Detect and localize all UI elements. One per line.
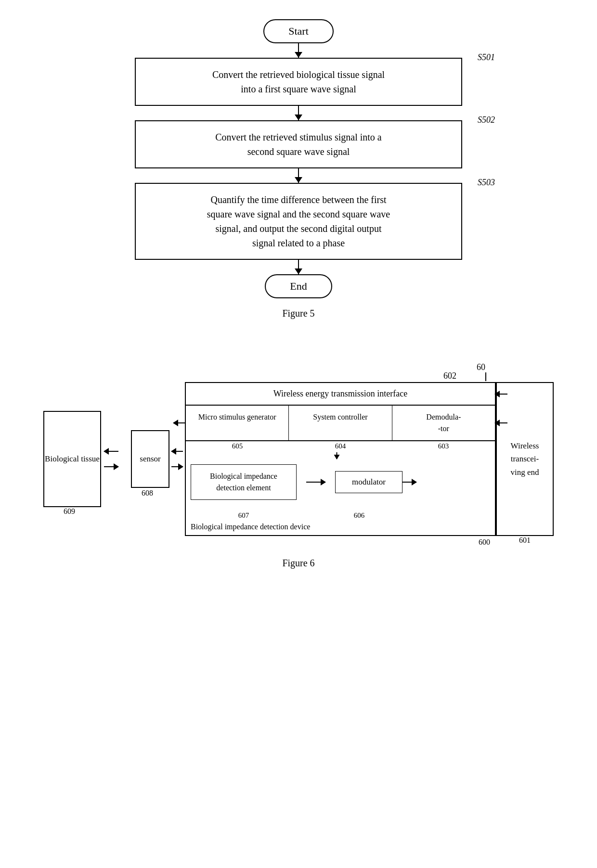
label-605: 605	[232, 442, 243, 450]
arrow-bio-to-modulator	[306, 482, 325, 483]
label-608: 608	[142, 489, 153, 498]
label-602: 602	[443, 371, 456, 381]
arrow-micro-to-left	[173, 422, 186, 423]
end-terminal: End	[265, 274, 332, 298]
label-609: 609	[64, 506, 75, 517]
bio-impedance-label: Biological impedancedetection element	[210, 472, 277, 492]
figure6-caption: Figure 6	[282, 558, 314, 569]
modulator-label: modulator	[352, 477, 386, 486]
arrow-2	[298, 106, 299, 120]
label-604: 604	[335, 442, 346, 450]
arrow-sensor-to-bio-bottom	[104, 466, 118, 467]
modulator-box: modulator	[335, 471, 402, 493]
arrow-3	[298, 168, 299, 183]
step-s501-box: S501 Convert the retrieved biological ti…	[135, 58, 462, 106]
arrow-device-to-sensor	[171, 451, 183, 452]
arrow-4	[298, 260, 299, 274]
step-s503-text: Quantify the time difference between the…	[207, 194, 390, 248]
label-601: 601	[519, 536, 531, 544]
bio-detection-device-text: Biological impedance detection device	[191, 523, 310, 531]
label-603: 603	[438, 442, 449, 450]
inner-bottom-row: Biological impedancedetection element mo…	[186, 452, 495, 511]
label-606: 606	[354, 511, 365, 519]
label-607: 607	[238, 511, 249, 519]
step-s501-text: Convert the retrieved biological tissue …	[212, 69, 385, 94]
wireless-transceiving-label: Wirelesstranscei-ving end	[510, 439, 539, 479]
figure6: 602 60 Biological tissue 609	[29, 362, 568, 569]
wireless-energy-label: Wireless energy transmission interface	[273, 389, 407, 398]
step-s502-text: Convert the retrieved stimulus signal in…	[215, 132, 382, 157]
inner-top-row: Micro stimulus generator System controll…	[186, 406, 495, 441]
step-s503-box: S503 Quantify the time difference betwee…	[135, 183, 462, 260]
figure5: Start S501 Convert the retrieved biologi…	[29, 19, 568, 343]
bottom-labels-row: 607 606	[186, 511, 495, 521]
step-s502-box: S502 Convert the retrieved stimulus sign…	[135, 120, 462, 168]
sensor-box: sensor 608	[131, 430, 169, 488]
label-601-pos: 601	[519, 534, 531, 547]
label-600: 600	[479, 538, 490, 546]
arrow-1	[298, 43, 299, 58]
flowchart: Start S501 Convert the retrieved biologi…	[111, 19, 486, 298]
biological-tissue-box: Biological tissue 609	[43, 411, 101, 507]
arrow-sensor-to-device	[171, 466, 183, 467]
figure5-caption: Figure 5	[282, 308, 314, 319]
arrow-bio-to-sensor-top	[104, 451, 118, 452]
step-s502-label: S502	[478, 114, 495, 127]
label-600-pos: 600	[479, 538, 490, 547]
step-s503-label: S503	[478, 176, 495, 189]
bio-detection-device-label: Biological impedance detection device	[186, 521, 495, 535]
biological-tissue-label: Biological tissue	[45, 453, 100, 465]
inner-labels-row: 605 604 603	[186, 441, 495, 452]
micro-stimulus-box: Micro stimulus generator	[186, 406, 289, 440]
bio-impedance-box: Biological impedancedetection element	[191, 464, 297, 500]
start-terminal: Start	[263, 19, 334, 43]
wireless-energy-row: Wireless energy transmission interface	[186, 383, 495, 406]
micro-stimulus-label: Micro stimulus generator	[198, 413, 276, 421]
step-s501-label: S501	[478, 51, 495, 64]
demodulator-box: Demodula--tor	[392, 406, 495, 440]
arrow-modulator-to-right	[402, 482, 416, 483]
sensor-label: sensor	[140, 454, 160, 464]
label-60: 60	[477, 362, 485, 372]
system-controller-label: System controller	[313, 413, 367, 421]
system-controller-box: System controller	[289, 406, 392, 440]
wireless-transceiving-box: Wirelesstranscei-ving end 601	[496, 382, 554, 536]
figure6-main: Biological tissue 609	[43, 382, 554, 536]
demodulator-label: Demodula--tor	[426, 413, 461, 433]
